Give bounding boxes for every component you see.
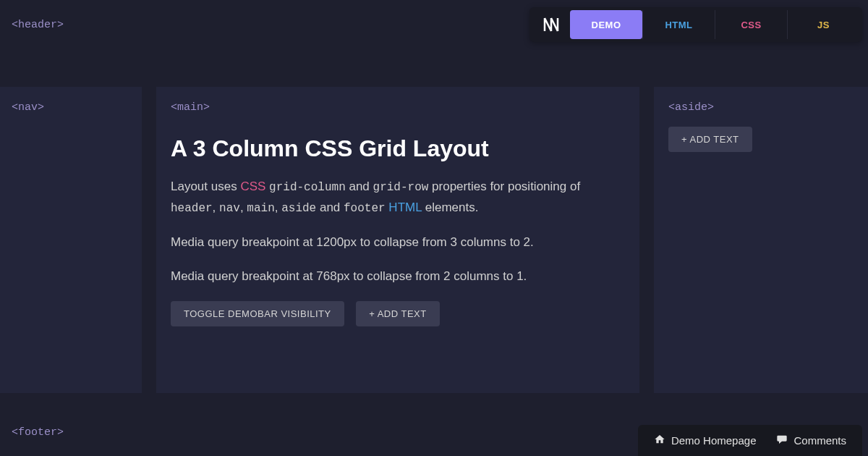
header-tag-label: <header> (12, 19, 64, 31)
code-footer: footer (344, 202, 386, 215)
intro-para-1: Layout uses CSS grid-column and grid-row… (171, 177, 625, 218)
main-tag-label: <main> (171, 101, 210, 114)
code-grid-column: grid-column (269, 181, 346, 194)
demo-homepage-link[interactable]: Demo Homepage (654, 434, 757, 447)
tab-demo[interactable]: DEMO (570, 10, 642, 39)
comments-link[interactable]: Comments (776, 434, 846, 447)
comments-icon (776, 434, 788, 447)
aside-tag-label: <aside> (668, 101, 714, 114)
code-main: main (247, 202, 274, 215)
footer-tag-label: <footer> (12, 426, 64, 439)
intro-para-3: Media query breakpoint at 768px to colla… (171, 266, 625, 286)
layout-nav: <nav> (0, 87, 142, 393)
demobar: DEMO HTML CSS JS (529, 7, 862, 42)
code-nav: nav (219, 202, 240, 215)
add-text-button-main[interactable]: + ADD TEXT (356, 301, 440, 326)
link-css[interactable]: CSS (240, 180, 265, 193)
toggle-demobar-button[interactable]: TOGGLE DEMOBAR VISIBILITY (171, 301, 344, 326)
nav-tag-label: <nav> (12, 101, 44, 114)
code-grid-row: grid-row (373, 181, 429, 194)
layout-main: <main> A 3 Column CSS Grid Layout Layout… (156, 87, 639, 393)
comments-label: Comments (793, 434, 846, 447)
tab-js[interactable]: JS (787, 10, 859, 39)
intro-para-2: Media query breakpoint at 1200px to coll… (171, 232, 625, 252)
tab-html[interactable]: HTML (642, 10, 715, 39)
link-html[interactable]: HTML (388, 200, 422, 214)
tab-css[interactable]: CSS (715, 10, 787, 39)
home-icon (654, 434, 665, 447)
add-text-button-aside[interactable]: + ADD TEXT (668, 127, 752, 152)
layout-aside: <aside> + ADD TEXT (654, 87, 868, 393)
bottom-bar: Demo Homepage Comments (638, 425, 862, 456)
demobar-logo-icon[interactable] (538, 12, 564, 38)
code-aside: aside (281, 202, 316, 215)
page-title: A 3 Column CSS Grid Layout (171, 135, 625, 162)
code-header: header (171, 202, 213, 215)
demo-homepage-label: Demo Homepage (671, 434, 757, 447)
